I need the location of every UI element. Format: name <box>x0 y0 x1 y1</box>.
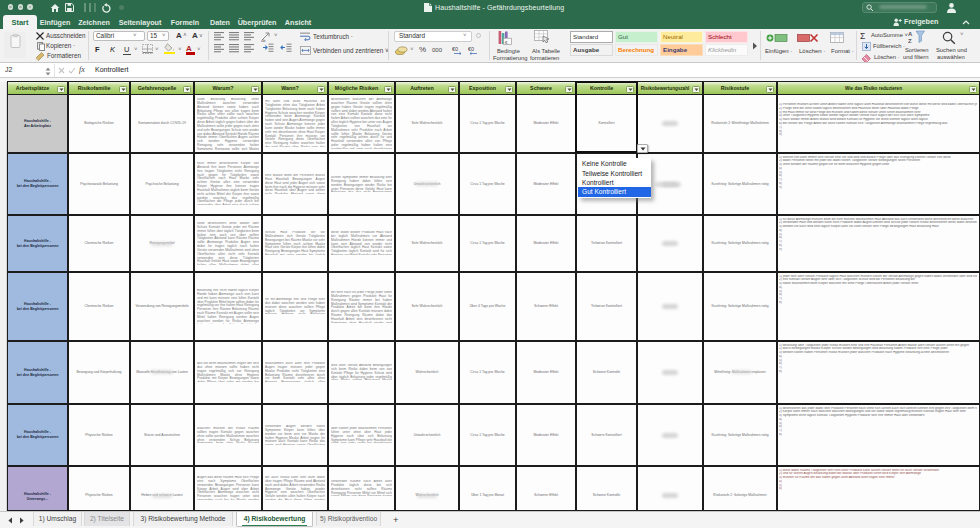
svg-text:€0: €0 <box>452 46 458 52</box>
svg-text:ab: ab <box>261 38 266 43</box>
svg-text:Z: Z <box>908 38 912 44</box>
svg-text:A: A <box>908 31 913 37</box>
svg-text:≤: ≤ <box>505 39 508 45</box>
svg-text:€0: €0 <box>468 46 474 52</box>
